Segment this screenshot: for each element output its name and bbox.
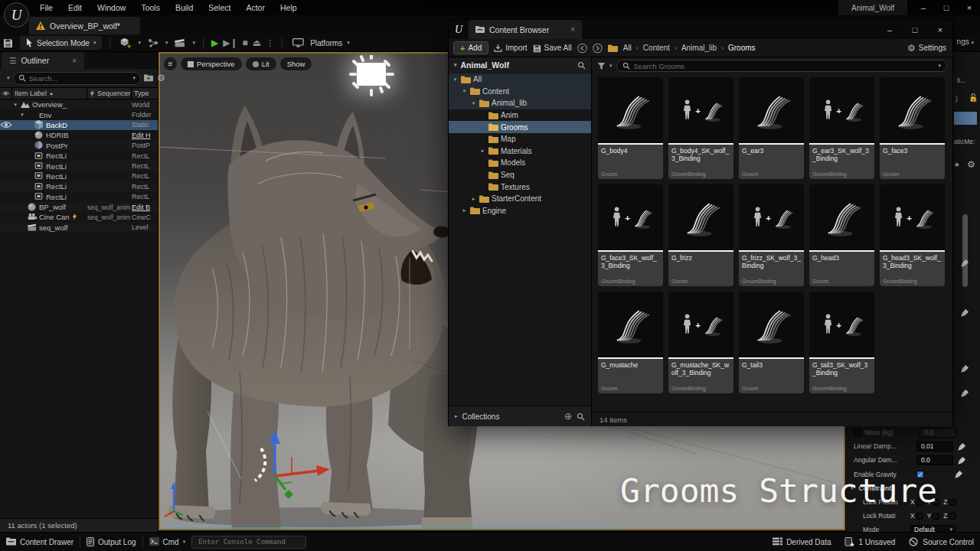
outliner-row-seq-wolf[interactable]: seq_wolfLevel	[0, 223, 158, 233]
play-button[interactable]: ▶	[211, 37, 218, 48]
source-control-button[interactable]: Source Control	[909, 537, 974, 547]
axis-checkbox-z[interactable]	[949, 513, 956, 520]
eject-button[interactable]: ⏏	[253, 37, 261, 48]
settings-fragment[interactable]: ngs ▾	[957, 37, 974, 46]
asset-tile-g_ear3_sk_wolf_3_binding[interactable]: +G_ear3_SK_wolf_3_BindingGroomBinding	[809, 77, 874, 179]
breadcrumb-animal_lib[interactable]: Animal_lib	[681, 44, 717, 52]
reset-icon[interactable]	[961, 259, 969, 267]
reset-icon[interactable]	[961, 389, 969, 397]
outliner-row-rectli[interactable]: RectLiRectL	[0, 151, 158, 161]
content-drawer-button[interactable]: Content Drawer	[6, 537, 74, 547]
breadcrumb-content[interactable]: Content	[643, 44, 670, 52]
maximize-icon[interactable]: □	[909, 25, 921, 34]
outliner-row-backd[interactable]: BackDStatic	[0, 120, 158, 130]
outliner-search-input[interactable]	[29, 74, 130, 83]
expand-arrow-icon[interactable]: ▾	[19, 112, 25, 118]
tree-folder-grooms[interactable]: Grooms	[449, 121, 591, 133]
breadcrumb-grooms[interactable]: Grooms	[728, 44, 756, 52]
asset-tile-g_face3_sk_wolf_3_binding[interactable]: +G_face3_SK_wolf_3_BindingGroomBinding	[598, 184, 663, 286]
cmd-dropdown[interactable]: Cmd ▾	[149, 537, 186, 547]
menu-file[interactable]: File	[34, 1, 59, 15]
eye-icon[interactable]	[2, 90, 9, 96]
tab-content-browser[interactable]: Content Browser ×	[469, 20, 582, 39]
tree-folder-startercontent[interactable]: ▸StarterContent	[449, 193, 591, 205]
asset-tile-g_head3_sk_wolf_3_binding[interactable]: +G_head3_SK_wolf_3_BindingGroomBinding	[880, 184, 945, 286]
expand-arrow-icon[interactable]: ▸	[479, 148, 486, 154]
asset-tile-g_mustache[interactable]: G_mustacheGroom	[598, 292, 663, 393]
menu-help[interactable]: Help	[274, 1, 303, 15]
platforms-label[interactable]: Platforms	[310, 39, 342, 47]
tree-folder-map[interactable]: Map	[449, 133, 591, 145]
eye-icon[interactable]	[0, 121, 12, 129]
expand-arrow-icon[interactable]: ▾	[461, 88, 468, 94]
minimize-icon[interactable]: –	[884, 25, 896, 34]
asset-search-input[interactable]	[634, 62, 935, 70]
search-icon[interactable]	[577, 412, 585, 421]
axis-checkbox-z[interactable]	[949, 499, 956, 506]
axis-checkbox-x[interactable]	[916, 513, 923, 520]
console-input-wrap[interactable]	[191, 536, 306, 549]
column-type[interactable]: Type	[134, 90, 149, 97]
outliner-searchbox[interactable]: ▾	[13, 72, 142, 85]
console-input[interactable]	[198, 538, 299, 546]
tree-folder-materials[interactable]: ▸Materials	[449, 145, 591, 158]
breadcrumb-all[interactable]: All	[623, 44, 632, 52]
perspective-dropdown[interactable]: Perspective	[181, 57, 242, 70]
tree-folder-textures[interactable]: Textures	[449, 181, 591, 193]
close-icon[interactable]: ×	[934, 25, 946, 34]
tree-folder-models[interactable]: Models	[449, 157, 591, 169]
menu-tools[interactable]: Tools	[135, 1, 166, 15]
expand-arrow-icon[interactable]: ▸	[470, 196, 477, 202]
add-collection-icon[interactable]: ⊕	[564, 411, 572, 422]
outliner-row-env[interactable]: ▾EnvFolder	[0, 109, 158, 119]
mass-checkbox[interactable]	[854, 429, 861, 436]
expand-arrow-icon[interactable]: ▾	[452, 77, 459, 83]
reset-icon[interactable]	[955, 470, 963, 478]
sources-header[interactable]: ▾ Animal_Wolf	[449, 57, 591, 73]
expand-arrow-icon[interactable]: ▸	[461, 207, 468, 214]
asset-tile-g_face3[interactable]: G_face3Groom	[880, 77, 945, 179]
close-icon[interactable]: ×	[963, 3, 975, 12]
asset-tile-g_frizz_sk_wolf_3_binding[interactable]: +G_frizz_SK_wolf_3_BindingGroomBinding	[739, 184, 804, 286]
search-icon[interactable]	[577, 61, 586, 70]
save-all-button[interactable]: Save All	[533, 44, 572, 52]
unreal-logo-icon[interactable]: U	[4, 2, 29, 28]
close-icon[interactable]: ×	[72, 57, 77, 65]
unsaved-button[interactable]: 1 Unsaved	[844, 537, 895, 547]
outliner-row-cine-can[interactable]: Cine Canseq_wolf_animCineC	[0, 212, 158, 222]
angular-damping-value[interactable]: 0.0	[916, 455, 953, 465]
content-browser-titlebar[interactable]: U Content Browser × – □ ×	[449, 20, 952, 39]
filter-icon[interactable]	[597, 62, 606, 70]
outliner-row-bp-wolf[interactable]: BP_wolfseq_wolf_animEdit B	[0, 202, 158, 212]
import-button[interactable]: Import	[494, 44, 527, 52]
details-scrollbar[interactable]	[962, 214, 968, 287]
asset-tile-g_tail3[interactable]: G_tail3Groom	[739, 292, 804, 393]
platforms-icon[interactable]	[290, 36, 305, 50]
close-icon[interactable]: ×	[570, 25, 575, 34]
asset-tile-g_head3[interactable]: G_head3Groom	[809, 184, 874, 286]
tree-folder-engine[interactable]: ▸Engine	[449, 205, 591, 217]
asset-tile-g_body4[interactable]: G_body4Groom	[598, 77, 663, 179]
axis-checkbox-y[interactable]	[933, 513, 939, 520]
add-actor-icon[interactable]: +	[118, 36, 133, 50]
viewport-options-icon[interactable]: ≡	[164, 57, 177, 70]
tree-folder-content[interactable]: ▾Content	[449, 86, 591, 98]
tab-outliner[interactable]: ☰ Outliner ×	[2, 52, 84, 69]
outliner-row-postpr[interactable]: PostPrPostP	[0, 141, 158, 151]
linear-damping-value[interactable]: 0.01	[916, 442, 953, 452]
column-item-label[interactable]: Item Label	[15, 90, 47, 97]
lit-dropdown[interactable]: Lit	[246, 57, 276, 70]
mass-value[interactable]: 0.0	[920, 428, 956, 438]
tree-folder-animal_lib[interactable]: ▾Animal_lib	[449, 97, 591, 109]
save-icon[interactable]	[0, 36, 15, 50]
minimize-icon[interactable]: –	[917, 3, 929, 12]
asset-tile-g_mustache_sk_wolf_3_binding[interactable]: +G_mustache_SK_wolf_3_BindingGroomBindin…	[668, 292, 733, 393]
outliner-row-overview-[interactable]: ▾Overview_World	[0, 99, 158, 109]
lock-icon[interactable]: 🔓	[969, 93, 978, 102]
expand-arrow-icon[interactable]: ▾	[470, 100, 477, 106]
show-dropdown[interactable]: Show	[280, 57, 312, 70]
new-folder-icon[interactable]: +	[144, 73, 154, 83]
forward-icon[interactable]	[593, 43, 603, 53]
tree-folder-all[interactable]: ▾All	[449, 73, 591, 86]
output-log-button[interactable]: Output Log	[87, 537, 136, 546]
